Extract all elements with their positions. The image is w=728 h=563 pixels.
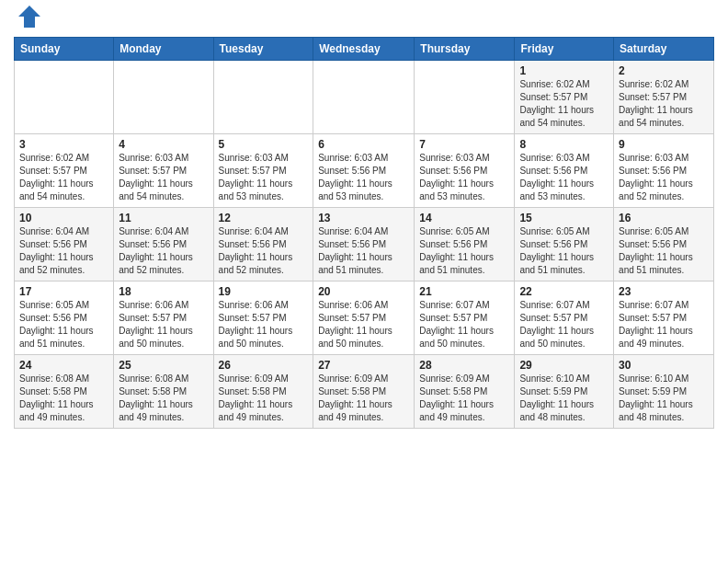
calendar-week-row: 24Sunrise: 6:08 AM Sunset: 5:58 PM Dayli… [15, 355, 714, 429]
calendar-day-cell: 29Sunrise: 6:10 AM Sunset: 5:59 PM Dayli… [515, 355, 614, 429]
calendar-day-cell: 15Sunrise: 6:05 AM Sunset: 5:56 PM Dayli… [515, 208, 614, 282]
calendar-week-row: 10Sunrise: 6:04 AM Sunset: 5:56 PM Dayli… [15, 208, 714, 282]
day-info: Sunrise: 6:06 AM Sunset: 5:57 PM Dayligh… [119, 299, 208, 350]
day-info: Sunrise: 6:04 AM Sunset: 5:56 PM Dayligh… [19, 225, 108, 277]
svg-marker-0 [18, 6, 40, 28]
day-info: Sunrise: 6:02 AM Sunset: 5:57 PM Dayligh… [19, 152, 108, 203]
day-number: 17 [19, 285, 108, 298]
day-number: 1 [519, 64, 609, 77]
logo-icon [17, 4, 42, 29]
calendar-day-cell [313, 61, 415, 134]
calendar-week-row: 3Sunrise: 6:02 AM Sunset: 5:57 PM Daylig… [15, 134, 714, 208]
calendar-header: SundayMondayTuesdayWednesdayThursdayFrid… [15, 38, 714, 61]
day-number: 7 [419, 138, 509, 151]
calendar-day-cell: 17Sunrise: 6:05 AM Sunset: 5:56 PM Dayli… [15, 282, 114, 355]
day-info: Sunrise: 6:08 AM Sunset: 5:58 PM Dayligh… [19, 373, 108, 424]
calendar-day-cell: 7Sunrise: 6:03 AM Sunset: 5:56 PM Daylig… [415, 134, 515, 208]
logo-area [14, 13, 42, 29]
day-info: Sunrise: 6:09 AM Sunset: 5:58 PM Dayligh… [419, 373, 509, 424]
day-info: Sunrise: 6:03 AM Sunset: 5:57 PM Dayligh… [119, 152, 208, 203]
day-number: 6 [318, 138, 409, 151]
day-info: Sunrise: 6:06 AM Sunset: 5:57 PM Dayligh… [219, 299, 309, 350]
day-number: 20 [318, 285, 409, 298]
calendar-day-cell: 21Sunrise: 6:07 AM Sunset: 5:57 PM Dayli… [415, 282, 515, 355]
day-number: 25 [119, 359, 208, 372]
day-info: Sunrise: 6:03 AM Sunset: 5:57 PM Dayligh… [219, 152, 309, 203]
calendar-day-cell: 20Sunrise: 6:06 AM Sunset: 5:57 PM Dayli… [313, 282, 415, 355]
calendar-body: 1Sunrise: 6:02 AM Sunset: 5:57 PM Daylig… [15, 61, 714, 429]
day-info: Sunrise: 6:10 AM Sunset: 5:59 PM Dayligh… [519, 373, 609, 424]
day-number: 26 [219, 359, 309, 372]
day-info: Sunrise: 6:05 AM Sunset: 5:56 PM Dayligh… [619, 225, 709, 277]
calendar-table: SundayMondayTuesdayWednesdayThursdayFrid… [14, 37, 714, 429]
day-of-week-header: Friday [515, 38, 614, 61]
calendar-day-cell: 28Sunrise: 6:09 AM Sunset: 5:58 PM Dayli… [415, 355, 515, 429]
day-of-week-header: Tuesday [213, 38, 313, 61]
day-info: Sunrise: 6:07 AM Sunset: 5:57 PM Dayligh… [419, 299, 509, 350]
day-number: 21 [419, 285, 509, 298]
page: SundayMondayTuesdayWednesdayThursdayFrid… [0, 0, 728, 563]
day-number: 16 [619, 212, 709, 224]
day-info: Sunrise: 6:09 AM Sunset: 5:58 PM Dayligh… [219, 373, 309, 424]
calendar-day-cell: 30Sunrise: 6:10 AM Sunset: 5:59 PM Dayli… [614, 355, 714, 429]
calendar-day-cell [114, 61, 213, 134]
day-number: 4 [119, 138, 208, 151]
day-info: Sunrise: 6:02 AM Sunset: 5:57 PM Dayligh… [519, 78, 609, 130]
day-number: 19 [219, 285, 309, 298]
day-number: 9 [619, 138, 709, 151]
day-info: Sunrise: 6:03 AM Sunset: 5:56 PM Dayligh… [318, 152, 409, 203]
calendar-day-cell: 8Sunrise: 6:03 AM Sunset: 5:56 PM Daylig… [515, 134, 614, 208]
day-info: Sunrise: 6:03 AM Sunset: 5:56 PM Dayligh… [619, 152, 709, 203]
calendar-day-cell: 6Sunrise: 6:03 AM Sunset: 5:56 PM Daylig… [313, 134, 415, 208]
day-of-week-header: Monday [114, 38, 213, 61]
day-info: Sunrise: 6:04 AM Sunset: 5:56 PM Dayligh… [219, 225, 309, 277]
calendar-day-cell: 3Sunrise: 6:02 AM Sunset: 5:57 PM Daylig… [15, 134, 114, 208]
calendar-day-cell: 19Sunrise: 6:06 AM Sunset: 5:57 PM Dayli… [213, 282, 313, 355]
calendar-day-cell: 11Sunrise: 6:04 AM Sunset: 5:56 PM Dayli… [114, 208, 213, 282]
day-info: Sunrise: 6:09 AM Sunset: 5:58 PM Dayligh… [318, 373, 409, 424]
calendar-day-cell: 24Sunrise: 6:08 AM Sunset: 5:58 PM Dayli… [15, 355, 114, 429]
day-info: Sunrise: 6:08 AM Sunset: 5:58 PM Dayligh… [119, 373, 208, 424]
day-number: 10 [19, 212, 108, 224]
day-number: 27 [318, 359, 409, 372]
day-number: 24 [19, 359, 108, 372]
day-info: Sunrise: 6:06 AM Sunset: 5:57 PM Dayligh… [318, 299, 409, 350]
calendar-day-cell: 18Sunrise: 6:06 AM Sunset: 5:57 PM Dayli… [114, 282, 213, 355]
calendar-day-cell: 26Sunrise: 6:09 AM Sunset: 5:58 PM Dayli… [213, 355, 313, 429]
day-number: 14 [419, 212, 509, 224]
day-number: 12 [219, 212, 309, 224]
day-info: Sunrise: 6:10 AM Sunset: 5:59 PM Dayligh… [619, 373, 709, 424]
day-info: Sunrise: 6:03 AM Sunset: 5:56 PM Dayligh… [419, 152, 509, 203]
day-number: 2 [619, 64, 709, 77]
header-row: SundayMondayTuesdayWednesdayThursdayFrid… [15, 38, 714, 61]
day-info: Sunrise: 6:05 AM Sunset: 5:56 PM Dayligh… [19, 299, 108, 350]
day-number: 29 [519, 359, 609, 372]
calendar-day-cell [15, 61, 114, 134]
day-number: 22 [519, 285, 609, 298]
calendar-day-cell: 12Sunrise: 6:04 AM Sunset: 5:56 PM Dayli… [213, 208, 313, 282]
day-number: 5 [219, 138, 309, 151]
calendar-day-cell: 25Sunrise: 6:08 AM Sunset: 5:58 PM Dayli… [114, 355, 213, 429]
day-of-week-header: Wednesday [313, 38, 415, 61]
calendar-day-cell: 5Sunrise: 6:03 AM Sunset: 5:57 PM Daylig… [213, 134, 313, 208]
calendar-day-cell: 1Sunrise: 6:02 AM Sunset: 5:57 PM Daylig… [515, 61, 614, 134]
day-number: 15 [519, 212, 609, 224]
day-info: Sunrise: 6:07 AM Sunset: 5:57 PM Dayligh… [519, 299, 609, 350]
day-number: 28 [419, 359, 509, 372]
day-info: Sunrise: 6:03 AM Sunset: 5:56 PM Dayligh… [519, 152, 609, 203]
header [14, 9, 714, 29]
calendar-day-cell: 9Sunrise: 6:03 AM Sunset: 5:56 PM Daylig… [614, 134, 714, 208]
calendar-day-cell: 27Sunrise: 6:09 AM Sunset: 5:58 PM Dayli… [313, 355, 415, 429]
calendar-day-cell: 22Sunrise: 6:07 AM Sunset: 5:57 PM Dayli… [515, 282, 614, 355]
calendar-day-cell: 13Sunrise: 6:04 AM Sunset: 5:56 PM Dayli… [313, 208, 415, 282]
day-number: 23 [619, 285, 709, 298]
calendar-day-cell: 23Sunrise: 6:07 AM Sunset: 5:57 PM Dayli… [614, 282, 714, 355]
calendar-day-cell: 16Sunrise: 6:05 AM Sunset: 5:56 PM Dayli… [614, 208, 714, 282]
day-number: 13 [318, 212, 409, 224]
calendar-week-row: 1Sunrise: 6:02 AM Sunset: 5:57 PM Daylig… [15, 61, 714, 134]
day-number: 3 [19, 138, 108, 151]
day-of-week-header: Sunday [15, 38, 114, 61]
day-number: 11 [119, 212, 208, 224]
calendar-day-cell: 10Sunrise: 6:04 AM Sunset: 5:56 PM Dayli… [15, 208, 114, 282]
day-number: 30 [619, 359, 709, 372]
